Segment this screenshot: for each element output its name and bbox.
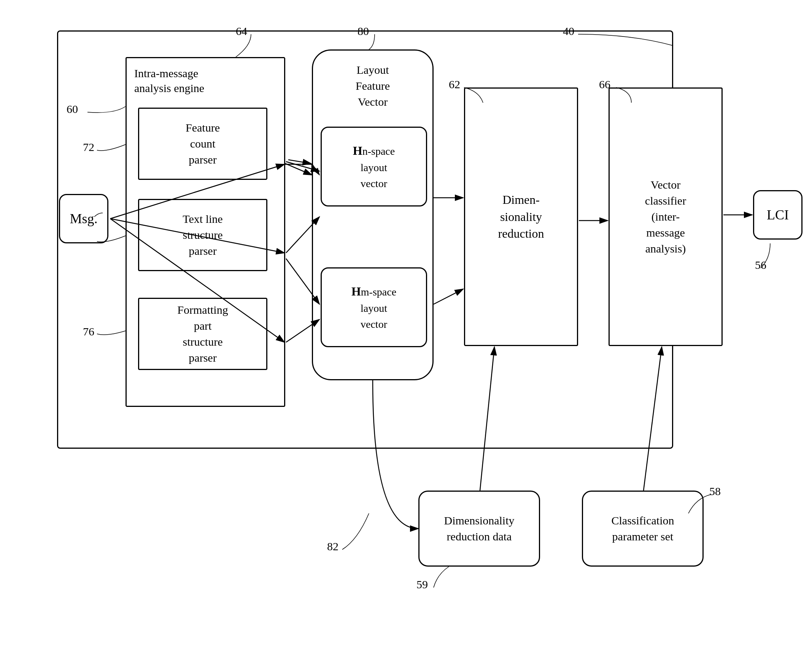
dimensionality-reduction-box: Dimen-sionalityreduction	[464, 87, 578, 346]
dim-data-box: Dimensionalityreduction data	[418, 491, 540, 567]
lfv-outer-box: LayoutFeatureVector Hn-spacelayoutvector…	[312, 49, 434, 380]
dim-data-label: Dimensionalityreduction data	[444, 513, 515, 545]
vector-classifier-label: Vectorclassifier(inter-messageanalysis)	[645, 177, 686, 257]
classification-param-box: Classificationparameter set	[582, 491, 704, 567]
intra-message-box: Intra-messageanalysis engine Featurecoun…	[126, 57, 285, 407]
hm-vector-label: Hm-spacelayoutvector	[351, 282, 396, 332]
ref-59: 59	[416, 578, 428, 591]
hm-vector-box: Hm-spacelayoutvector	[321, 267, 427, 347]
feature-count-label: Featurecountparser	[186, 120, 220, 168]
text-line-parser-box: Text linestructureparser	[138, 199, 267, 271]
ref-56: 56	[755, 259, 766, 272]
lci-label: LCI	[767, 207, 789, 223]
formatting-label: Formattingpartstructureparser	[177, 302, 228, 366]
lfv-title: LayoutFeatureVector	[313, 62, 432, 110]
dim-reduction-label: Dimen-sionalityreduction	[498, 191, 544, 242]
formatting-parser-box: Formattingpartstructureparser	[138, 298, 267, 370]
intra-title: Intra-messageanalysis engine	[134, 66, 204, 95]
text-line-label: Text linestructureparser	[183, 211, 222, 259]
feature-count-parser-box: Featurecountparser	[138, 108, 267, 180]
lci-box: LCI	[753, 190, 802, 240]
ref-58: 58	[709, 485, 721, 498]
msg-box: Msg.	[59, 194, 108, 243]
hn-vector-label: Hn-spacelayoutvector	[353, 141, 395, 192]
hn-vector-box: Hn-spacelayoutvector	[321, 127, 427, 206]
class-param-label: Classificationparameter set	[612, 513, 674, 545]
vector-classifier-box: Vectorclassifier(inter-messageanalysis)	[609, 87, 723, 346]
ref-82: 82	[327, 540, 338, 553]
msg-label: Msg.	[70, 211, 97, 227]
